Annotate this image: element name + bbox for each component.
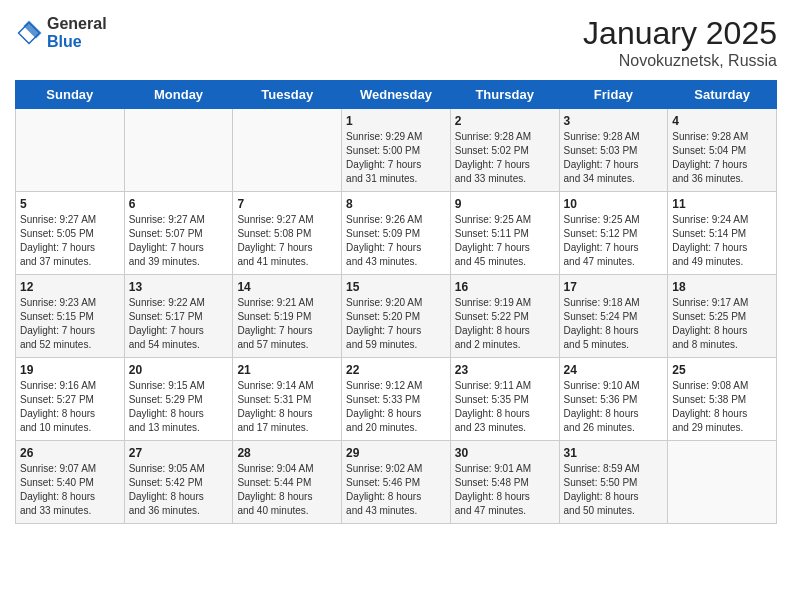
day-number: 18	[672, 280, 772, 294]
day-info: Sunrise: 9:14 AM Sunset: 5:31 PM Dayligh…	[237, 379, 337, 435]
day-info: Sunrise: 9:16 AM Sunset: 5:27 PM Dayligh…	[20, 379, 120, 435]
day-number: 26	[20, 446, 120, 460]
day-info: Sunrise: 9:11 AM Sunset: 5:35 PM Dayligh…	[455, 379, 555, 435]
day-info: Sunrise: 9:20 AM Sunset: 5:20 PM Dayligh…	[346, 296, 446, 352]
calendar-cell: 5Sunrise: 9:27 AM Sunset: 5:05 PM Daylig…	[16, 192, 125, 275]
day-info: Sunrise: 9:29 AM Sunset: 5:00 PM Dayligh…	[346, 130, 446, 186]
calendar-cell: 10Sunrise: 9:25 AM Sunset: 5:12 PM Dayli…	[559, 192, 668, 275]
day-info: Sunrise: 9:27 AM Sunset: 5:08 PM Dayligh…	[237, 213, 337, 269]
calendar-cell	[233, 109, 342, 192]
logo-general-text: General	[47, 15, 107, 33]
calendar-week-row: 19Sunrise: 9:16 AM Sunset: 5:27 PM Dayli…	[16, 358, 777, 441]
day-number: 8	[346, 197, 446, 211]
day-info: Sunrise: 9:17 AM Sunset: 5:25 PM Dayligh…	[672, 296, 772, 352]
calendar-cell: 23Sunrise: 9:11 AM Sunset: 5:35 PM Dayli…	[450, 358, 559, 441]
day-number: 16	[455, 280, 555, 294]
logo-icon	[15, 19, 43, 47]
calendar-table: SundayMondayTuesdayWednesdayThursdayFrid…	[15, 80, 777, 524]
calendar-cell	[124, 109, 233, 192]
calendar-cell: 25Sunrise: 9:08 AM Sunset: 5:38 PM Dayli…	[668, 358, 777, 441]
day-number: 4	[672, 114, 772, 128]
calendar-cell: 22Sunrise: 9:12 AM Sunset: 5:33 PM Dayli…	[342, 358, 451, 441]
calendar-cell: 26Sunrise: 9:07 AM Sunset: 5:40 PM Dayli…	[16, 441, 125, 524]
day-info: Sunrise: 9:01 AM Sunset: 5:48 PM Dayligh…	[455, 462, 555, 518]
day-number: 17	[564, 280, 664, 294]
day-info: Sunrise: 9:08 AM Sunset: 5:38 PM Dayligh…	[672, 379, 772, 435]
logo: General Blue	[15, 15, 107, 50]
calendar-week-row: 12Sunrise: 9:23 AM Sunset: 5:15 PM Dayli…	[16, 275, 777, 358]
day-number: 28	[237, 446, 337, 460]
weekday-header-sunday: Sunday	[16, 81, 125, 109]
logo-blue-text: Blue	[47, 33, 107, 51]
calendar-cell: 19Sunrise: 9:16 AM Sunset: 5:27 PM Dayli…	[16, 358, 125, 441]
day-info: Sunrise: 9:22 AM Sunset: 5:17 PM Dayligh…	[129, 296, 229, 352]
day-number: 20	[129, 363, 229, 377]
day-number: 1	[346, 114, 446, 128]
day-info: Sunrise: 9:10 AM Sunset: 5:36 PM Dayligh…	[564, 379, 664, 435]
day-info: Sunrise: 9:21 AM Sunset: 5:19 PM Dayligh…	[237, 296, 337, 352]
weekday-header-saturday: Saturday	[668, 81, 777, 109]
day-number: 10	[564, 197, 664, 211]
day-number: 7	[237, 197, 337, 211]
calendar-week-row: 1Sunrise: 9:29 AM Sunset: 5:00 PM Daylig…	[16, 109, 777, 192]
calendar-cell: 15Sunrise: 9:20 AM Sunset: 5:20 PM Dayli…	[342, 275, 451, 358]
day-info: Sunrise: 9:18 AM Sunset: 5:24 PM Dayligh…	[564, 296, 664, 352]
day-number: 29	[346, 446, 446, 460]
calendar-cell: 7Sunrise: 9:27 AM Sunset: 5:08 PM Daylig…	[233, 192, 342, 275]
day-info: Sunrise: 9:23 AM Sunset: 5:15 PM Dayligh…	[20, 296, 120, 352]
weekday-header-monday: Monday	[124, 81, 233, 109]
day-info: Sunrise: 9:12 AM Sunset: 5:33 PM Dayligh…	[346, 379, 446, 435]
day-info: Sunrise: 9:02 AM Sunset: 5:46 PM Dayligh…	[346, 462, 446, 518]
day-number: 12	[20, 280, 120, 294]
calendar-cell: 28Sunrise: 9:04 AM Sunset: 5:44 PM Dayli…	[233, 441, 342, 524]
day-number: 19	[20, 363, 120, 377]
day-number: 11	[672, 197, 772, 211]
day-info: Sunrise: 9:27 AM Sunset: 5:05 PM Dayligh…	[20, 213, 120, 269]
calendar-cell: 11Sunrise: 9:24 AM Sunset: 5:14 PM Dayli…	[668, 192, 777, 275]
calendar-cell: 21Sunrise: 9:14 AM Sunset: 5:31 PM Dayli…	[233, 358, 342, 441]
day-number: 31	[564, 446, 664, 460]
day-number: 24	[564, 363, 664, 377]
day-info: Sunrise: 9:05 AM Sunset: 5:42 PM Dayligh…	[129, 462, 229, 518]
calendar-cell: 16Sunrise: 9:19 AM Sunset: 5:22 PM Dayli…	[450, 275, 559, 358]
day-info: Sunrise: 9:28 AM Sunset: 5:04 PM Dayligh…	[672, 130, 772, 186]
day-number: 3	[564, 114, 664, 128]
calendar-cell: 8Sunrise: 9:26 AM Sunset: 5:09 PM Daylig…	[342, 192, 451, 275]
calendar-cell: 14Sunrise: 9:21 AM Sunset: 5:19 PM Dayli…	[233, 275, 342, 358]
calendar-cell: 29Sunrise: 9:02 AM Sunset: 5:46 PM Dayli…	[342, 441, 451, 524]
day-number: 9	[455, 197, 555, 211]
day-info: Sunrise: 9:19 AM Sunset: 5:22 PM Dayligh…	[455, 296, 555, 352]
calendar-cell: 20Sunrise: 9:15 AM Sunset: 5:29 PM Dayli…	[124, 358, 233, 441]
svg-marker-1	[23, 20, 41, 38]
calendar-cell	[16, 109, 125, 192]
day-number: 27	[129, 446, 229, 460]
day-number: 15	[346, 280, 446, 294]
day-info: Sunrise: 9:04 AM Sunset: 5:44 PM Dayligh…	[237, 462, 337, 518]
calendar-cell: 18Sunrise: 9:17 AM Sunset: 5:25 PM Dayli…	[668, 275, 777, 358]
calendar-cell: 31Sunrise: 8:59 AM Sunset: 5:50 PM Dayli…	[559, 441, 668, 524]
calendar-cell: 9Sunrise: 9:25 AM Sunset: 5:11 PM Daylig…	[450, 192, 559, 275]
day-number: 5	[20, 197, 120, 211]
calendar-cell: 13Sunrise: 9:22 AM Sunset: 5:17 PM Dayli…	[124, 275, 233, 358]
day-number: 22	[346, 363, 446, 377]
weekday-header-row: SundayMondayTuesdayWednesdayThursdayFrid…	[16, 81, 777, 109]
calendar-cell: 1Sunrise: 9:29 AM Sunset: 5:00 PM Daylig…	[342, 109, 451, 192]
calendar-week-row: 5Sunrise: 9:27 AM Sunset: 5:05 PM Daylig…	[16, 192, 777, 275]
day-number: 30	[455, 446, 555, 460]
calendar-cell: 6Sunrise: 9:27 AM Sunset: 5:07 PM Daylig…	[124, 192, 233, 275]
calendar-cell: 4Sunrise: 9:28 AM Sunset: 5:04 PM Daylig…	[668, 109, 777, 192]
day-info: Sunrise: 9:07 AM Sunset: 5:40 PM Dayligh…	[20, 462, 120, 518]
calendar-cell: 3Sunrise: 9:28 AM Sunset: 5:03 PM Daylig…	[559, 109, 668, 192]
day-number: 2	[455, 114, 555, 128]
calendar-cell: 24Sunrise: 9:10 AM Sunset: 5:36 PM Dayli…	[559, 358, 668, 441]
day-info: Sunrise: 9:28 AM Sunset: 5:03 PM Dayligh…	[564, 130, 664, 186]
day-number: 14	[237, 280, 337, 294]
weekday-header-tuesday: Tuesday	[233, 81, 342, 109]
day-info: Sunrise: 9:24 AM Sunset: 5:14 PM Dayligh…	[672, 213, 772, 269]
calendar-cell: 17Sunrise: 9:18 AM Sunset: 5:24 PM Dayli…	[559, 275, 668, 358]
day-info: Sunrise: 9:25 AM Sunset: 5:11 PM Dayligh…	[455, 213, 555, 269]
title-block: January 2025 Novokuznetsk, Russia	[583, 15, 777, 70]
day-number: 25	[672, 363, 772, 377]
day-info: Sunrise: 9:25 AM Sunset: 5:12 PM Dayligh…	[564, 213, 664, 269]
weekday-header-thursday: Thursday	[450, 81, 559, 109]
